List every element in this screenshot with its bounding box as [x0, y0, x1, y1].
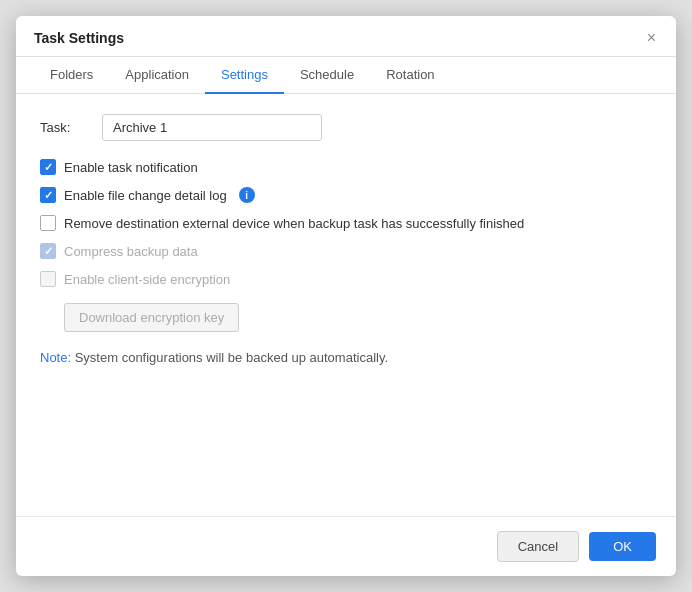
tab-folders[interactable]: Folders [34, 57, 109, 94]
option-label-enable-task-notification: Enable task notification [64, 160, 198, 175]
tab-application[interactable]: Application [109, 57, 205, 94]
option-enable-encryption: Enable client-side encryption [40, 271, 652, 287]
note-text: System configurations will be backed up … [75, 350, 388, 365]
checkbox-compress-backup: ✓ [40, 243, 56, 259]
note-label: Note: [40, 350, 71, 365]
checkbox-enable-task-notification[interactable]: ✓ [40, 159, 56, 175]
cancel-button[interactable]: Cancel [497, 531, 579, 562]
option-compress-backup: ✓ Compress backup data [40, 243, 652, 259]
tab-bar: Folders Application Settings Schedule Ro… [16, 57, 676, 94]
ok-button[interactable]: OK [589, 532, 656, 561]
checkmark-icon: ✓ [44, 246, 53, 257]
task-field-label: Task: [40, 120, 90, 135]
checkbox-enable-file-change-log[interactable]: ✓ [40, 187, 56, 203]
task-settings-dialog: Task Settings × Folders Application Sett… [16, 16, 676, 576]
checkbox-remove-destination[interactable] [40, 215, 56, 231]
checkmark-icon: ✓ [44, 162, 53, 173]
option-label-compress-backup: Compress backup data [64, 244, 198, 259]
dialog-footer: Cancel OK [16, 516, 676, 576]
tab-rotation[interactable]: Rotation [370, 57, 450, 94]
download-encryption-key-button: Download encryption key [64, 303, 239, 332]
dialog-title: Task Settings [34, 30, 124, 46]
task-name-input[interactable] [102, 114, 322, 141]
note-row: Note: System configurations will be back… [40, 350, 652, 365]
info-icon[interactable]: i [239, 187, 255, 203]
checkbox-enable-encryption [40, 271, 56, 287]
option-label-enable-encryption: Enable client-side encryption [64, 272, 230, 287]
option-label-enable-file-change-log: Enable file change detail log [64, 188, 227, 203]
option-enable-file-change-log: ✓ Enable file change detail log i [40, 187, 652, 203]
tab-schedule[interactable]: Schedule [284, 57, 370, 94]
checkmark-icon: ✓ [44, 190, 53, 201]
close-button[interactable]: × [645, 30, 658, 46]
option-label-remove-destination: Remove destination external device when … [64, 216, 524, 231]
dialog-header: Task Settings × [16, 16, 676, 57]
tab-settings[interactable]: Settings [205, 57, 284, 94]
dialog-body: Task: ✓ Enable task notification ✓ Enabl… [16, 94, 676, 516]
task-row: Task: [40, 114, 652, 141]
option-enable-task-notification: ✓ Enable task notification [40, 159, 652, 175]
option-remove-destination: Remove destination external device when … [40, 215, 652, 231]
